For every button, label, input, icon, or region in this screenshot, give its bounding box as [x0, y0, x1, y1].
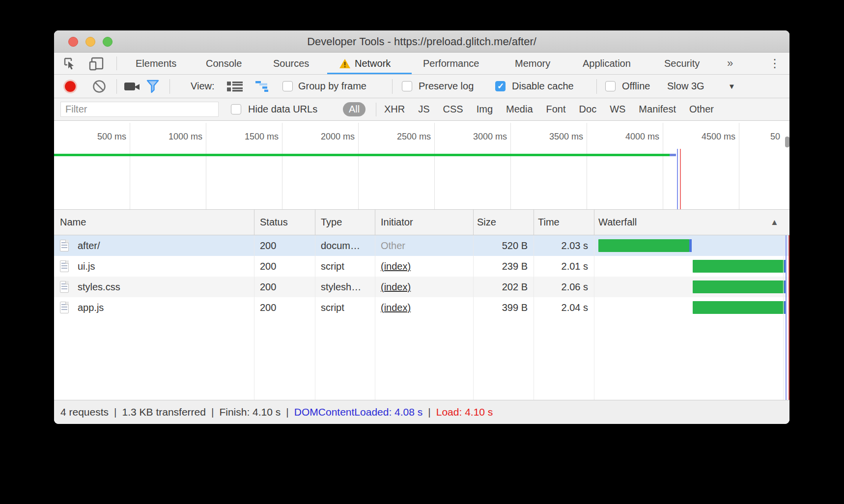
preserve-log-checkbox[interactable]	[402, 81, 412, 91]
clear-icon[interactable]	[92, 75, 106, 98]
request-name: app.js	[78, 297, 104, 318]
devtools-tab-bar: Elements Console Sources Network Perform…	[54, 53, 789, 75]
timeline-scrollbar-thumb[interactable]	[785, 137, 789, 147]
toolbar-divider	[596, 79, 597, 94]
request-type: docum…	[321, 235, 360, 256]
active-tab-underline	[327, 73, 412, 74]
screenshot-camera-icon[interactable]	[124, 75, 141, 98]
timeline-gridline	[510, 123, 511, 209]
load-event-line	[788, 235, 789, 400]
inspect-icon[interactable]	[63, 56, 78, 71]
column-header-name[interactable]: Name	[60, 210, 86, 235]
filter-type-img[interactable]: Img	[477, 104, 493, 115]
group-by-frame-label: Group by frame	[298, 81, 366, 92]
column-header-waterfall[interactable]: Waterfall	[598, 210, 637, 235]
timeline-overview[interactable]: 500 ms 1000 ms 1500 ms 2000 ms 2500 ms 3…	[54, 121, 789, 210]
filter-type-ws[interactable]: WS	[610, 104, 625, 115]
column-divider[interactable]	[375, 210, 375, 235]
column-divider[interactable]	[534, 210, 534, 235]
waterfall-view-icon[interactable]	[255, 75, 270, 98]
filter-type-manifest[interactable]: Manifest	[639, 104, 676, 115]
filter-type-all[interactable]: All	[343, 102, 366, 116]
toolbar-divider	[169, 79, 170, 94]
filter-type-js[interactable]: JS	[418, 104, 429, 115]
offline-label: Offline	[622, 81, 650, 92]
tab-memory[interactable]: Memory	[515, 53, 550, 74]
waterfall-bar[interactable]	[693, 260, 784, 273]
list-view-icon[interactable]	[227, 75, 243, 98]
toolbar-divider	[392, 79, 393, 94]
preserve-log-label: Preserve log	[419, 81, 474, 92]
throttling-select[interactable]: Slow 3G	[667, 75, 704, 98]
timeline-tick: 3000 ms	[453, 132, 507, 142]
document-icon	[60, 260, 69, 272]
filter-type-font[interactable]: Font	[546, 104, 566, 115]
request-status: 200	[260, 256, 276, 277]
column-divider	[594, 235, 594, 400]
request-size: 520 B	[473, 235, 528, 256]
column-divider[interactable]	[473, 210, 474, 235]
chevron-down-icon[interactable]: ▼	[728, 82, 735, 90]
waterfall-bar[interactable]	[598, 239, 689, 252]
column-header-time[interactable]: Time	[538, 210, 560, 235]
group-by-frame-checkbox[interactable]	[282, 81, 293, 91]
column-header-size[interactable]: Size	[477, 210, 496, 235]
column-divider[interactable]	[594, 210, 594, 235]
request-type: script	[321, 297, 344, 318]
request-name: styles.css	[78, 277, 120, 297]
table-row[interactable]: styles.css 200 stylesh… (index) 202 B 2.…	[54, 277, 789, 297]
column-divider[interactable]	[315, 210, 315, 235]
tab-console[interactable]: Console	[206, 53, 242, 74]
waterfall-bar[interactable]	[693, 280, 784, 293]
request-time: 2.01 s	[534, 256, 588, 277]
filter-divider	[376, 103, 376, 116]
filter-type-xhr[interactable]: XHR	[384, 104, 405, 115]
summary-separator: |	[211, 406, 214, 418]
tab-elements[interactable]: Elements	[136, 53, 176, 74]
hide-data-urls-checkbox[interactable]	[231, 104, 241, 114]
column-header-type[interactable]: Type	[321, 210, 342, 235]
timeline-gridline	[282, 123, 282, 209]
domcontentloaded-line	[786, 235, 787, 400]
disable-cache-checkbox[interactable]	[495, 81, 506, 91]
column-divider	[534, 235, 534, 400]
initiator-link[interactable]: (index)	[381, 302, 411, 313]
document-icon	[60, 302, 69, 313]
filter-funnel-icon[interactable]	[146, 75, 159, 98]
initiator-link[interactable]: (index)	[381, 261, 411, 272]
overview-blue-segment	[670, 154, 676, 156]
sort-arrow-icon[interactable]: ▲	[770, 210, 779, 235]
filter-type-other[interactable]: Other	[689, 104, 714, 115]
initiator-link[interactable]: (index)	[381, 281, 411, 292]
table-row[interactable]: after/ 200 docum… Other 520 B 2.03 s	[54, 235, 789, 256]
filter-type-media[interactable]: Media	[506, 104, 533, 115]
request-status: 200	[260, 297, 276, 318]
column-header-initiator[interactable]: Initiator	[381, 210, 413, 235]
column-header-status[interactable]: Status	[260, 210, 288, 235]
title-bar: Developer Tools - https://preload.glitch…	[54, 30, 789, 53]
tab-application[interactable]: Application	[583, 53, 631, 74]
tab-network[interactable]: Network	[355, 53, 391, 74]
finish-time: Finish: 4.10 s	[219, 406, 281, 418]
column-divider	[375, 235, 375, 400]
timeline-gridline	[663, 123, 663, 209]
record-icon[interactable]	[65, 81, 76, 92]
column-divider	[315, 235, 315, 400]
timeline-tick: 500 ms	[72, 132, 126, 142]
filter-type-doc[interactable]: Doc	[579, 104, 597, 115]
column-divider[interactable]	[254, 210, 254, 235]
device-toolbar-icon[interactable]	[88, 56, 105, 71]
offline-checkbox[interactable]	[605, 81, 616, 91]
disable-cache-label: Disable cache	[512, 81, 574, 92]
waterfall-bar[interactable]	[693, 301, 784, 314]
filter-type-css[interactable]: CSS	[443, 104, 463, 115]
tab-security[interactable]: Security	[664, 53, 700, 74]
kebab-menu-icon[interactable]: ⋮	[769, 53, 781, 74]
tab-sources[interactable]: Sources	[273, 53, 309, 74]
filter-input[interactable]	[60, 102, 219, 117]
more-tabs-icon[interactable]: »	[727, 53, 733, 74]
table-row[interactable]: ui.js 200 script (index) 239 B 2.01 s	[54, 256, 789, 277]
tab-performance[interactable]: Performance	[423, 53, 479, 74]
request-time: 2.03 s	[534, 235, 588, 256]
table-row[interactable]: app.js 200 script (index) 399 B 2.04 s	[54, 297, 789, 318]
